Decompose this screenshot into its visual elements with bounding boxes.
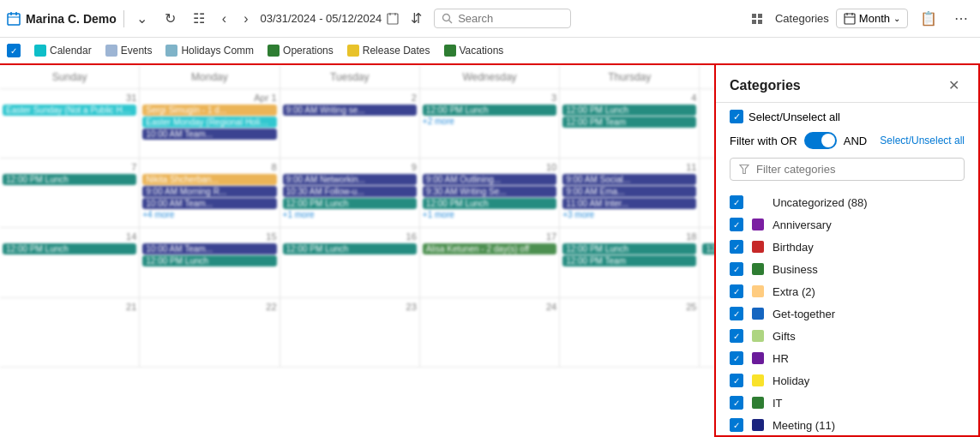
category-color — [752, 308, 764, 320]
select-unselect-btn[interactable]: Select/Unselect all — [880, 135, 965, 147]
next-btn[interactable]: › — [238, 8, 253, 30]
event-pill[interactable]: 10:00 AM Team... — [142, 129, 276, 140]
category-list-item[interactable]: ✓HR — [716, 347, 978, 369]
event-pill[interactable]: 9:00 AM Writing se... — [283, 105, 417, 116]
category-checkbox[interactable]: ✓ — [730, 307, 743, 320]
event-pill[interactable]: 9:00 AM Networkin... — [283, 174, 417, 185]
close-panel-btn[interactable]: ✕ — [943, 75, 965, 95]
event-pill[interactable]: 12:00 PM Lunch — [562, 105, 696, 116]
event-pill[interactable]: 12:00 PM Team — [562, 255, 696, 266]
event-pill[interactable]: Sergi Simugín - 1 d... — [142, 105, 276, 116]
category-checkbox[interactable]: ✓ — [730, 262, 743, 276]
category-item-events[interactable]: Events — [105, 45, 153, 57]
category-checkbox[interactable]: ✓ — [730, 396, 743, 410]
more-events-link[interactable]: +2 more — [423, 117, 556, 126]
category-item-release[interactable]: Release Dates — [347, 45, 430, 57]
more-events-link[interactable]: +3 more — [562, 210, 696, 219]
category-name: Anniversary — [773, 218, 832, 231]
categories-label[interactable]: Categories — [775, 12, 829, 25]
all-checkbox[interactable] — [7, 44, 21, 57]
category-list-item[interactable]: ✓Uncategorized (88) — [716, 191, 978, 213]
category-checkbox[interactable]: ✓ — [730, 374, 743, 387]
sort-btn[interactable]: ⇵ — [406, 7, 427, 30]
categories-icon-btn[interactable] — [746, 9, 768, 28]
filter-toggle-area: Filter with OR AND Select/Unselect all — [716, 130, 978, 154]
category-checkbox[interactable]: ✓ — [730, 218, 743, 231]
event-pill[interactable]: 10:00 AM Team... — [142, 198, 276, 209]
filter-input-wrap — [716, 154, 978, 188]
event-pill[interactable]: Easter Monday (Regional Holiday) — [142, 117, 276, 128]
share-btn[interactable]: 📋 — [915, 7, 942, 30]
event-pill[interactable]: Easter Sunday (Not a Public Holiday) — [3, 105, 136, 116]
more-events-link[interactable]: +4 more — [142, 210, 276, 219]
day-cell: 29:00 AM Writing se... — [280, 89, 420, 159]
category-item-calendar[interactable]: Calendar — [34, 45, 92, 57]
event-pill[interactable]: 12:00 PM Lunch — [142, 255, 276, 266]
refresh-btn[interactable]: ↻ — [159, 7, 181, 30]
category-item-holidays[interactable]: Holidays Comm — [165, 45, 254, 57]
filter-categories-box — [730, 158, 965, 181]
dropdown-btn[interactable]: ⌄ — [131, 7, 153, 30]
event-pill[interactable]: 9:00 AM Ema... — [562, 186, 696, 197]
category-list-item[interactable]: ✓Get-together — [716, 302, 978, 325]
event-pill[interactable]: 12:00 PM Team — [562, 117, 696, 128]
select-all-checkbox[interactable]: ✓ — [730, 110, 743, 123]
category-item-vacations[interactable]: Vacations — [444, 45, 504, 57]
more-btn[interactable]: ⋯ — [949, 7, 973, 30]
category-checkbox[interactable]: ✓ — [730, 284, 743, 298]
day-number: 7 — [3, 160, 136, 174]
category-list-item[interactable]: ✓Birthday — [716, 236, 978, 258]
event-pill[interactable]: 12:00 PM Lunch — [283, 198, 417, 209]
category-checkbox[interactable]: ✓ — [730, 240, 743, 254]
event-pill[interactable]: 12:00 PM Lunch — [423, 198, 556, 209]
more-events-link[interactable]: +1 more — [423, 210, 556, 219]
prev-btn[interactable]: ‹ — [217, 8, 231, 30]
event-pill[interactable]: 9:00 AM Morning R... — [142, 186, 276, 197]
category-list-item[interactable]: ✓Anniversary — [716, 213, 978, 236]
filter-categories-input[interactable] — [756, 163, 955, 176]
event-pill[interactable]: 12:00 PM Lunch — [562, 243, 696, 254]
event-pill[interactable]: 9:00 AM Social... — [562, 174, 696, 185]
day-cell: Apr 1Sergi Simugín - 1 d...Easter Monday… — [140, 89, 280, 159]
category-list-item[interactable]: ✓Business — [716, 258, 978, 280]
more-events-link[interactable]: +1 more — [283, 210, 417, 219]
category-color — [752, 352, 764, 364]
category-checkbox[interactable]: ✓ — [730, 195, 743, 209]
all-check[interactable] — [7, 44, 21, 57]
category-color — [752, 419, 764, 431]
view-btn[interactable]: ☷ — [188, 7, 210, 30]
search-input[interactable] — [458, 12, 544, 25]
event-pill[interactable]: 9:00 AM Outlining... — [423, 174, 556, 185]
event-pill[interactable]: 10:00 AM Team... — [142, 243, 276, 254]
or-and-toggle[interactable] — [804, 132, 837, 149]
category-list-item[interactable]: ✓Holiday — [716, 369, 978, 392]
day-number: 10 — [423, 160, 556, 174]
event-pill[interactable]: Alisa Ketunen - 2 day(s) off — [423, 243, 556, 254]
category-item-operations[interactable]: Operations — [268, 45, 334, 57]
event-pill[interactable]: 12:00 PM Lunch — [3, 174, 136, 185]
event-pill[interactable]: 12:00 PM Lunch — [423, 105, 556, 116]
month-calendar-icon — [844, 13, 856, 25]
event-pill[interactable]: Nikita Shcherban... — [142, 174, 276, 185]
category-list-item[interactable]: ✓Gifts — [716, 325, 978, 347]
event-pill[interactable]: 12:00 PM Lunch — [283, 243, 417, 254]
select-unselect-all[interactable]: ✓ Select/Unselect all — [730, 110, 840, 123]
category-checkbox[interactable]: ✓ — [730, 329, 743, 343]
event-pill[interactable]: 12:00 PM Lunch — [3, 243, 136, 254]
calendar-color — [34, 45, 46, 57]
calendar-icon — [7, 12, 21, 26]
month-selector[interactable]: Month ⌄ — [836, 9, 908, 28]
category-list-item[interactable]: ✓Extra (2) — [716, 280, 978, 302]
day-cell: 8Nikita Shcherban...9:00 AM Morning R...… — [140, 159, 280, 228]
category-list-item[interactable]: ✓IT — [716, 392, 978, 414]
category-checkbox[interactable]: ✓ — [730, 418, 743, 432]
panel-title: Categories — [730, 78, 801, 93]
month-label: Month — [859, 12, 890, 25]
event-pill[interactable]: 11:00 AM Inter... — [562, 198, 696, 209]
event-pill[interactable]: 9:30 AM Writing Se... — [423, 186, 556, 197]
day-cell: 23 — [280, 298, 420, 368]
category-checkbox[interactable]: ✓ — [730, 351, 743, 365]
day-number: 22 — [142, 300, 276, 314]
event-pill[interactable]: 10:30 AM Follow-u... — [283, 186, 417, 197]
category-list-item[interactable]: ✓Meeting (11) — [716, 414, 978, 435]
